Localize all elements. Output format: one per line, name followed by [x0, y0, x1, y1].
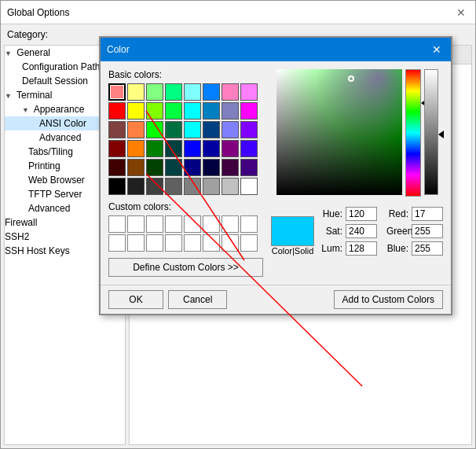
basic-swatch-35[interactable]	[165, 159, 182, 176]
basic-colors-grid	[108, 83, 263, 195]
basic-swatch-1[interactable]	[127, 83, 145, 101]
dialog-main-buttons: OK Cancel	[108, 290, 227, 309]
custom-swatch-1[interactable]	[127, 215, 145, 233]
basic-colors-label: Basic colors:	[108, 69, 263, 80]
custom-swatch-5[interactable]	[203, 215, 220, 233]
ok-button[interactable]: OK	[108, 290, 163, 309]
basic-swatch-39[interactable]	[240, 159, 258, 176]
basic-swatch-20[interactable]	[184, 121, 201, 138]
custom-swatch-4[interactable]	[184, 215, 201, 233]
basic-swatch-7[interactable]	[240, 83, 258, 101]
basic-swatch-46[interactable]	[222, 178, 239, 195]
basic-swatch-44[interactable]	[184, 178, 201, 195]
custom-swatch-15[interactable]	[240, 234, 258, 252]
custom-swatch-8[interactable]	[108, 234, 126, 252]
color-dialog: Color ✕ Basic colors: Custom colors: Def…	[99, 36, 452, 315]
brightness-slider[interactable]	[424, 69, 438, 195]
custom-swatch-0[interactable]	[108, 215, 126, 233]
basic-swatch-14[interactable]	[222, 102, 239, 120]
custom-swatch-7[interactable]	[240, 215, 258, 233]
expand-icon-appearance: ▼	[22, 106, 31, 114]
custom-swatch-9[interactable]	[127, 234, 145, 252]
sat-label: Sat:	[320, 226, 342, 237]
red-label: Red:	[386, 208, 408, 219]
spectrum-container	[276, 69, 438, 199]
blue-label: Blue:	[386, 243, 408, 254]
basic-swatch-30[interactable]	[222, 140, 239, 157]
basic-swatch-8[interactable]	[108, 102, 126, 120]
basic-swatch-29[interactable]	[203, 140, 220, 157]
blue-input[interactable]	[412, 241, 443, 256]
basic-swatch-10[interactable]	[146, 102, 163, 120]
basic-swatch-17[interactable]	[127, 121, 145, 138]
basic-swatch-45[interactable]	[203, 178, 220, 195]
green-input[interactable]	[412, 224, 443, 238]
basic-swatch-26[interactable]	[146, 140, 163, 157]
green-row: Green:	[386, 224, 443, 238]
define-custom-colors-button[interactable]: Define Custom Colors >>	[108, 258, 263, 277]
basic-swatch-21[interactable]	[203, 121, 220, 138]
red-row: Red:	[386, 207, 443, 221]
red-input[interactable]	[412, 207, 443, 221]
basic-swatch-22[interactable]	[222, 121, 239, 138]
custom-swatch-3[interactable]	[165, 215, 182, 233]
basic-swatch-3[interactable]	[165, 83, 182, 101]
sat-input[interactable]	[346, 224, 377, 238]
basic-swatch-23[interactable]	[240, 121, 258, 138]
custom-colors-grid	[108, 215, 263, 252]
basic-swatch-15[interactable]	[240, 102, 258, 120]
basic-swatch-5[interactable]	[203, 83, 220, 101]
basic-swatch-0[interactable]	[108, 83, 126, 101]
brightness-arrow	[438, 131, 444, 138]
basic-swatch-9[interactable]	[127, 102, 145, 120]
custom-swatch-10[interactable]	[146, 234, 163, 252]
basic-swatch-42[interactable]	[146, 178, 163, 195]
color-preview-container: Color|Solid	[271, 215, 314, 256]
basic-swatch-16[interactable]	[108, 121, 126, 138]
basic-swatch-18[interactable]	[146, 121, 163, 138]
basic-swatch-34[interactable]	[146, 159, 163, 176]
basic-swatch-47[interactable]	[240, 178, 258, 195]
basic-swatch-40[interactable]	[108, 178, 126, 195]
spectrum-canvas	[276, 69, 402, 195]
window-close-button[interactable]: ✕	[453, 5, 469, 20]
basic-swatch-12[interactable]	[184, 102, 201, 120]
basic-swatch-37[interactable]	[203, 159, 220, 176]
custom-swatch-2[interactable]	[146, 215, 163, 233]
hue-input[interactable]	[346, 207, 377, 221]
custom-swatch-6[interactable]	[222, 215, 239, 233]
custom-swatch-13[interactable]	[203, 234, 220, 252]
basic-swatch-27[interactable]	[165, 140, 182, 157]
lum-row: Lum:	[320, 241, 377, 256]
basic-swatch-24[interactable]	[108, 140, 126, 157]
hue-canvas[interactable]	[405, 69, 421, 197]
basic-swatch-11[interactable]	[165, 102, 182, 120]
custom-swatch-14[interactable]	[222, 234, 239, 252]
add-to-custom-colors-button[interactable]: Add to Custom Colors	[334, 290, 443, 309]
basic-swatch-33[interactable]	[127, 159, 145, 176]
basic-swatch-38[interactable]	[222, 159, 239, 176]
basic-swatch-36[interactable]	[184, 159, 201, 176]
color-solid-label: Color|Solid	[272, 246, 314, 256]
basic-swatch-25[interactable]	[127, 140, 145, 157]
basic-swatch-13[interactable]	[203, 102, 220, 120]
basic-swatch-32[interactable]	[108, 159, 126, 176]
basic-swatch-43[interactable]	[165, 178, 182, 195]
expand-icon: ▼	[5, 50, 14, 57]
cancel-button[interactable]: Cancel	[168, 290, 227, 309]
basic-swatch-19[interactable]	[165, 121, 182, 138]
lum-input[interactable]	[346, 241, 377, 256]
basic-swatch-41[interactable]	[127, 178, 145, 195]
color-values: Hue: Sat: Lum:	[320, 207, 443, 256]
basic-swatch-28[interactable]	[184, 140, 201, 157]
basic-swatch-2[interactable]	[146, 83, 163, 101]
basic-swatch-6[interactable]	[222, 83, 239, 101]
custom-swatch-12[interactable]	[184, 234, 201, 252]
basic-swatch-4[interactable]	[184, 83, 201, 101]
color-spectrum[interactable]	[276, 69, 402, 195]
hue-label: Hue:	[320, 208, 342, 219]
dialog-close-button[interactable]: ✕	[429, 42, 445, 57]
basic-swatch-31[interactable]	[240, 140, 258, 157]
blue-row: Blue:	[386, 241, 443, 256]
custom-swatch-11[interactable]	[165, 234, 182, 252]
